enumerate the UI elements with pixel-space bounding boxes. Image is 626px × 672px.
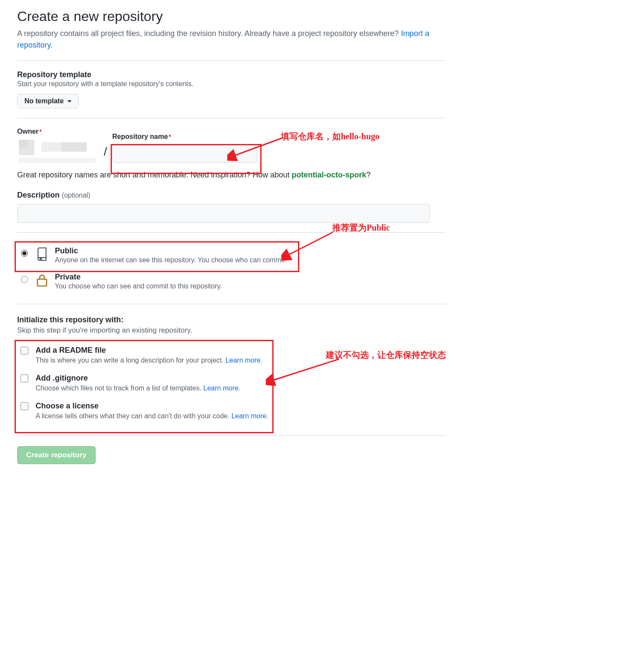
readme-checkbox[interactable] [21, 347, 28, 354]
template-label: Repository template [17, 70, 446, 79]
svg-rect-0 [37, 279, 46, 286]
repo-name-hint: Great repository names are short and mem… [17, 171, 446, 180]
repo-name-label: Repository name* [112, 133, 257, 141]
public-title: Public [55, 246, 286, 255]
repo-name-input[interactable] [112, 144, 257, 163]
optional-text: (optional) [62, 192, 90, 199]
divider [17, 60, 446, 61]
page-title: Create a new repository [17, 9, 446, 24]
repo-name-label-text: Repository name [112, 133, 168, 140]
description-label-text: Description [17, 191, 60, 199]
owner-label: Owner* [17, 128, 99, 135]
name-suggestion-link[interactable]: potential-octo-spork [292, 171, 366, 179]
public-desc: Anyone on the internet can see this repo… [55, 256, 286, 264]
template-desc: Start your repository with a template re… [17, 80, 446, 88]
divider [17, 118, 446, 118]
readme-row[interactable]: Add a README file This is where you can … [17, 342, 446, 370]
owner-selector[interactable] [17, 139, 99, 163]
template-dropdown[interactable]: No template [17, 94, 79, 108]
lock-icon [35, 273, 49, 287]
create-repository-button[interactable]: Create repository [17, 446, 96, 464]
hint-suffix: ? [366, 171, 370, 179]
repo-icon [35, 247, 49, 261]
license-title: Choose a license [36, 402, 268, 411]
init-label: Initialize this repository with: [17, 315, 446, 324]
readme-desc-text: This is where you can write a long descr… [36, 357, 226, 364]
divider [17, 232, 446, 233]
template-dropdown-label: No template [24, 97, 64, 105]
private-title: Private [55, 273, 222, 282]
license-checkbox[interactable] [21, 402, 28, 410]
gitignore-row[interactable]: Add .gitignore Choose which files not to… [17, 370, 446, 398]
owner-label-text: Owner [17, 128, 39, 135]
gitignore-desc: Choose which files not to track from a l… [36, 384, 241, 392]
slash-separator: / [104, 145, 107, 163]
gitignore-learn-more-link[interactable]: Learn more. [203, 384, 240, 392]
description-input[interactable] [17, 204, 430, 223]
readme-title: Add a README file [36, 346, 262, 355]
page-subtitle: A repository contains all project files,… [17, 28, 446, 51]
readme-desc: This is where you can write a long descr… [36, 357, 262, 364]
caret-down-icon [67, 100, 72, 102]
visibility-private-row[interactable]: Private You choose who can see and commi… [17, 268, 446, 294]
license-desc: A license tells others what they can and… [36, 412, 268, 420]
gitignore-checkbox[interactable] [21, 375, 28, 382]
gitignore-title: Add .gitignore [36, 374, 241, 383]
divider [17, 435, 446, 436]
visibility-private-radio[interactable] [21, 276, 28, 283]
license-desc-text: A license tells others what they can and… [36, 412, 232, 420]
divider [17, 304, 446, 304]
description-label: Description (optional) [17, 191, 446, 200]
subtitle-text: A repository contains all project files,… [17, 29, 401, 38]
visibility-public-row[interactable]: Public Anyone on the internet can see th… [17, 242, 446, 268]
visibility-public-radio[interactable] [21, 250, 28, 257]
private-desc: You choose who can see and commit to thi… [55, 282, 222, 290]
gitignore-desc-text: Choose which files not to track from a l… [36, 384, 203, 392]
readme-learn-more-link[interactable]: Learn more. [226, 357, 262, 364]
required-star: * [39, 128, 42, 135]
required-star: * [169, 133, 171, 140]
license-row[interactable]: Choose a license A license tells others … [17, 398, 446, 426]
init-desc: Skip this step if you're importing an ex… [17, 326, 446, 335]
hint-prefix: Great repository names are short and mem… [17, 171, 292, 179]
license-learn-more-link[interactable]: Learn more. [232, 412, 268, 420]
